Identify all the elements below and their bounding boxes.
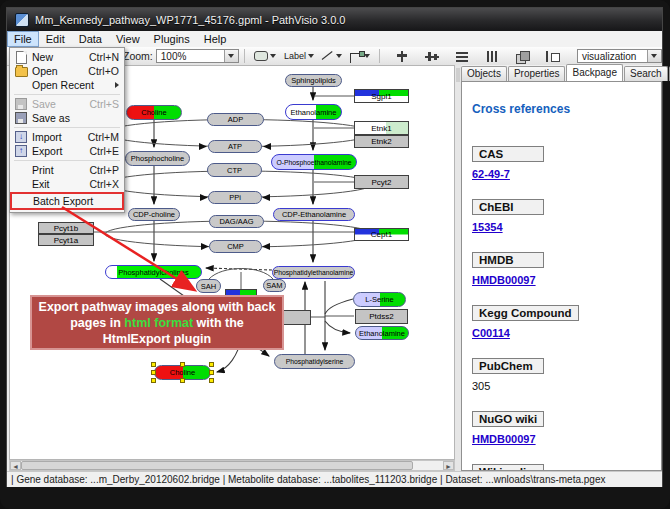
distribute-rows-button[interactable] — [451, 47, 473, 65]
selection-handle[interactable] — [180, 378, 185, 383]
bring-to-front-button[interactable] — [511, 47, 533, 65]
zoom-combobox[interactable]: 100% — [156, 49, 239, 63]
gene-node-etnk1[interactable]: Etnk1 — [354, 121, 409, 135]
pathway-node-dag-aag[interactable]: DAG/AAG — [209, 215, 264, 228]
visualization-dropdown-button[interactable] — [647, 50, 661, 62]
tab-objects[interactable]: Objects — [461, 66, 507, 81]
pathway-node-phosphocholine[interactable]: Phosphocholine — [125, 151, 190, 166]
gene-node-pcyt1b[interactable]: Pcyt1b — [38, 222, 94, 234]
send-to-back-button[interactable] — [541, 47, 563, 65]
columns-icon — [485, 51, 499, 62]
gene-node-pcyt1a[interactable]: Pcyt1a — [38, 234, 94, 246]
menu-item-export[interactable]: ↑ ExportCtrl+E — [11, 144, 123, 158]
window-title: Mm_Kennedy_pathway_WP1771_45176.gpml - P… — [35, 14, 345, 26]
cas-link[interactable]: 62-49-7 — [472, 168, 651, 180]
menu-file[interactable]: File — [7, 31, 39, 47]
new-connector-button[interactable] — [346, 47, 374, 65]
selection-handle[interactable] — [209, 362, 214, 367]
selection-handle[interactable] — [180, 362, 185, 367]
section-header: PubChem — [472, 358, 544, 374]
selection-handle[interactable] — [151, 370, 156, 375]
pathway-node-o-phosphoethanolamine[interactable]: O-Phosphoethanolamine — [271, 154, 357, 170]
pathway-node-sphingolipids[interactable]: Sphingolipids — [285, 74, 342, 87]
splitter-grip-icon[interactable] — [456, 68, 460, 82]
new-datanode-button[interactable] — [250, 47, 280, 65]
pathway-node-l-serine[interactable]: L-Serine — [353, 292, 406, 307]
distribute-columns-button[interactable] — [481, 47, 503, 65]
canvas-horizontal-scrollbar[interactable]: ◄ ► — [9, 460, 455, 471]
pathway-node-phosphatidylcholines[interactable]: Phosphatidylcholines — [105, 265, 202, 279]
pathway-node-cdp-ethanolamine[interactable]: CDP-Ethanolamine — [273, 208, 355, 221]
selection-handle[interactable] — [209, 370, 214, 375]
visualization-value: visualization — [582, 51, 636, 62]
menu-item-open[interactable]: OpenCtrl+O — [11, 64, 123, 78]
gene-node-sgpl1[interactable]: Sgpl1 — [354, 89, 409, 103]
scroll-left-icon[interactable]: ◄ — [10, 461, 21, 470]
status-bar: | Gene database: ...m_Derby_20120602.bri… — [7, 471, 662, 487]
visualization-combobox[interactable]: visualization — [577, 49, 662, 63]
pathway-node-phosphatidylethanolamine[interactable]: Phosphatidylethanolamine — [272, 266, 355, 279]
section-header: ChEBI — [472, 199, 544, 215]
menu-item-print[interactable]: PrintCtrl+P — [11, 163, 123, 177]
chebi-link[interactable]: 15354 — [472, 221, 651, 233]
pathway-node-ppi[interactable]: PPi — [208, 191, 262, 204]
zoom-dropdown-button[interactable] — [224, 50, 238, 62]
menu-separator — [14, 94, 120, 95]
pathway-node-cmp[interactable]: CMP — [209, 240, 262, 253]
menu-separator — [14, 160, 120, 161]
pathway-node-atp[interactable]: ATP — [208, 140, 262, 153]
app-icon — [15, 13, 29, 27]
chevron-down-icon — [228, 54, 234, 58]
pathway-node-ctp[interactable]: CTP — [207, 163, 262, 177]
menu-plugins[interactable]: Plugins — [147, 31, 197, 47]
menu-data[interactable]: Data — [72, 31, 109, 47]
annotation-line1: Export pathway images along with back — [39, 299, 276, 315]
menu-item-new[interactable]: NewCtrl+N — [11, 50, 123, 64]
pathway-node-sah[interactable]: SAH — [196, 279, 221, 293]
align-middle-y-button[interactable] — [421, 47, 443, 65]
new-label-button[interactable]: Label — [280, 47, 318, 65]
tab-backpage[interactable]: Backpage — [566, 64, 622, 81]
pathway-node-ethanolamine-top[interactable]: Ethanolamine — [285, 104, 342, 120]
menu-edit[interactable]: Edit — [39, 31, 72, 47]
menu-item-batch-export[interactable]: Batch Export — [10, 192, 124, 210]
menu-item-exit[interactable]: ExitCtrl+X — [11, 177, 123, 191]
pathway-node-sam[interactable]: SAM — [263, 279, 286, 292]
pathway-node-cdp-choline[interactable]: CDP-choline — [128, 208, 180, 221]
menu-separator — [14, 127, 120, 128]
selection-handle[interactable] — [151, 362, 156, 367]
menu-item-import[interactable]: ↓ ImportCtrl+M — [11, 130, 123, 144]
menu-item-open-recent[interactable]: Open Recent — [11, 78, 123, 92]
pubchem-value: 305 — [472, 380, 651, 392]
hmdb-link[interactable]: HMDB00097 — [472, 274, 651, 286]
cross-references-heading: Cross references — [472, 102, 651, 116]
menu-item-save[interactable]: SaveCtrl+S — [11, 97, 123, 111]
nugo-link[interactable]: HMDB00097 — [472, 433, 651, 445]
gene-node-cept1[interactable]: Cept1 — [354, 228, 409, 241]
tab-properties[interactable]: Properties — [508, 66, 566, 81]
pathway-node-choline-top[interactable]: Choline — [126, 105, 182, 120]
menu-help[interactable]: Help — [197, 31, 234, 47]
align-center-x-button[interactable] — [391, 47, 413, 65]
scrollbar-thumb[interactable] — [21, 461, 413, 470]
menu-item-save-as[interactable]: Save as — [11, 111, 123, 125]
gene-node-pcyt2[interactable]: Pcyt2 — [354, 175, 409, 189]
backpage-section-wikipedia: Wikipedia Choline — [472, 464, 651, 471]
chevron-down-icon — [270, 54, 276, 58]
kegg-link[interactable]: C00114 — [472, 327, 651, 339]
scroll-right-icon[interactable]: ► — [443, 461, 454, 470]
pathway-node-ethanolamine-bottom[interactable]: Ethanolamine — [355, 326, 409, 340]
tab-search[interactable]: Search — [624, 66, 668, 81]
gene-node-hidden[interactable] — [281, 310, 311, 325]
menu-bar: File Edit Data View Plugins Help — [7, 31, 662, 48]
backpage-section-pubchem: PubChem 305 — [472, 358, 651, 392]
pathway-node-phosphatidylserine[interactable]: Phosphatidylserine — [274, 354, 355, 369]
selection-handle[interactable] — [151, 378, 156, 383]
menu-view[interactable]: View — [109, 31, 147, 47]
selection-handle[interactable] — [209, 378, 214, 383]
gene-node-ptdss2[interactable]: Ptdss2 — [355, 309, 408, 324]
title-bar[interactable]: Mm_Kennedy_pathway_WP1771_45176.gpml - P… — [7, 8, 662, 31]
pathway-node-adp[interactable]: ADP — [207, 113, 264, 126]
gene-node-etnk2[interactable]: Etnk2 — [354, 135, 409, 148]
new-line-button[interactable] — [318, 47, 346, 65]
